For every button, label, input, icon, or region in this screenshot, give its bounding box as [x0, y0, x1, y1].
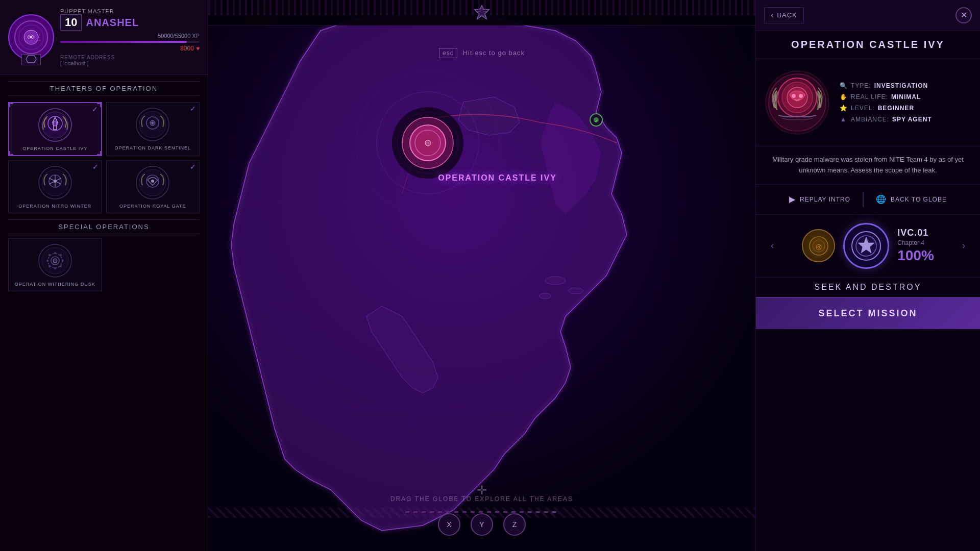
carousel-prev-button[interactable]: ‹ [764, 238, 780, 254]
op-checkmark-1: ✓ [92, 105, 98, 113]
op-icon-royal-gate [135, 165, 170, 201]
op-name-2: OPERATION DARK SENTINEL [115, 145, 191, 151]
level-icon: ⭐ [839, 105, 848, 112]
level-label: LEVEL: [851, 105, 875, 112]
map-area[interactable]: ⊕ ✓ esc Hit esc to go back OPERATION CAS… [208, 0, 755, 551]
mission-id: IVC.01 [897, 228, 934, 238]
map-background: ⊕ ✓ esc Hit esc to go back OPERATION CAS… [208, 0, 755, 551]
op-checkmark-2: ✓ [190, 105, 196, 113]
xp-bar [60, 41, 187, 43]
real-life-value: MINIMAL [891, 93, 921, 101]
mission-carousel: ‹ ◎ IVC.01 [756, 215, 980, 278]
carousel-next-button[interactable]: › [955, 238, 972, 254]
right-panel: ‹ BACK ✕ OPERATION CASTLE IVY [755, 0, 980, 551]
op-icon-castle-ivy [37, 107, 73, 143]
svg-point-25 [151, 180, 154, 183]
back-label: BACK [777, 11, 797, 19]
op-card-nitro-winter[interactable]: ✓ OPERATION NITRO WINTER [8, 160, 102, 213]
go-back-hint: esc Hit esc to go back [439, 48, 525, 57]
op-name-4: OPERATION ROYAL GATE [119, 204, 186, 209]
esc-key-hint: esc [439, 48, 457, 58]
right-top-nav: ‹ BACK ✕ [756, 0, 980, 31]
back-to-globe-label: BACK TO GLOBE [891, 196, 947, 203]
svg-point-30 [53, 259, 57, 263]
go-back-text: Hit esc to go back [463, 49, 525, 57]
svg-text:◎: ◎ [816, 242, 822, 251]
level-badge: 10 [60, 14, 82, 31]
op-emblem-svg [764, 69, 830, 136]
stat-type: 🔍 TYPE: INVESTIGATION [839, 82, 972, 89]
op-emblem [764, 69, 830, 136]
mission-completion: 100% [897, 247, 934, 264]
replay-intro-button[interactable]: ▶ REPLAY INTRO [789, 194, 850, 204]
close-button[interactable]: ✕ [955, 7, 972, 23]
drag-hint: DRAG THE GLOBE TO EXPLORE ALL THE AREAS [390, 495, 573, 503]
svg-text:⊕: ⊕ [424, 138, 432, 148]
real-life-icon: ✋ [839, 93, 848, 101]
svg-point-60 [539, 293, 551, 298]
svg-point-58 [545, 277, 566, 285]
svg-point-31 [54, 252, 56, 254]
svg-point-32 [54, 267, 56, 269]
key-buttons: X Y Z [438, 513, 526, 536]
svg-point-21 [54, 180, 57, 183]
op-card-dark-sentinel[interactable]: ✦ ✓ OPERATION DARK SENTINEL [106, 102, 200, 156]
stat-ambiance: ▲ AMBIANCE: SPY AGENT [839, 116, 972, 123]
mission-icon-small: ◎ [802, 229, 835, 262]
op-card-castle-ivy[interactable]: ✓ OPERATION CASTLE IVY [8, 102, 102, 156]
remote-address-label: REMOTE ADDRESS [60, 55, 115, 60]
op-icon-withering-dusk [37, 243, 73, 279]
mission-chapter: Chapter 4 [897, 239, 934, 246]
svg-point-9 [53, 121, 58, 126]
op-card-royal-gate[interactable]: ✓ OPERATION ROYAL GATE [106, 160, 200, 213]
select-mission-button[interactable]: SELECT MISSION [756, 297, 980, 329]
key-y-button[interactable]: Y [471, 513, 493, 536]
hatch-top-decoration [208, 0, 755, 15]
real-life-label: REAL LIFE: [851, 93, 888, 101]
op-name-1: OPERATION CASTLE IVY [22, 146, 87, 151]
back-button[interactable]: ‹ BACK [764, 7, 804, 23]
special-ops-title: SPECIAL OPERATIONS [8, 219, 200, 234]
action-divider [863, 192, 864, 207]
ambiance-value: SPY AGENT [892, 116, 932, 123]
profile-info: PUPPET MASTER 10 ANASHEL 50000/55000 XP … [60, 8, 200, 66]
left-panel: 👁 PUPPET MASTER 10 ANASHEL 50000/55000 X… [0, 0, 208, 551]
hex-badge [21, 54, 41, 65]
key-x-button[interactable]: X [438, 513, 460, 536]
op-checkmark-3: ✓ [92, 163, 99, 171]
avatar-image: 👁 [8, 14, 54, 60]
remote-address: REMOTE ADDRESS [ localhost ] [60, 54, 200, 66]
replay-intro-label: REPLAY INTRO [800, 196, 850, 203]
svg-text:👁: 👁 [27, 33, 35, 42]
mission-info: IVC.01 Chapter 4 100% [897, 228, 934, 264]
op-details: 🔍 TYPE: INVESTIGATION ✋ REAL LIFE: MINIM… [756, 59, 980, 146]
svg-point-33 [46, 260, 48, 262]
theaters-section: THEATERS OF OPERATION ✓ [0, 75, 208, 551]
globe-icon: 🌐 [876, 194, 887, 204]
svg-point-36 [60, 265, 62, 267]
op-title-text: OPERATION CASTLE IVY [764, 39, 972, 51]
level-name-row: 10 ANASHEL [60, 14, 200, 31]
xp-display: 50000/55000 XP [60, 33, 200, 39]
profile-section: 👁 PUPPET MASTER 10 ANASHEL 50000/55000 X… [0, 0, 208, 75]
mission-icon-main [843, 223, 889, 269]
ambiance-icon: ▲ [839, 116, 848, 123]
key-z-button[interactable]: Z [503, 513, 526, 536]
op-card-withering-dusk[interactable]: OPERATION WITHERING DUSK [8, 238, 102, 291]
top-bar [208, 0, 755, 26]
op-checkmark-4: ✓ [190, 163, 196, 171]
currency-icon: ♥ [196, 45, 200, 52]
svg-point-14 [150, 120, 155, 126]
op-icon-dark-sentinel: ✦ [135, 107, 170, 142]
stat-level: ⭐ LEVEL: BEGINNER [839, 105, 972, 112]
back-to-globe-button[interactable]: 🌐 BACK TO GLOBE [876, 194, 947, 204]
avatar: 👁 [8, 14, 54, 60]
main-mission-svg [851, 231, 881, 261]
special-ops-grid: OPERATION WITHERING DUSK [8, 238, 200, 291]
mission-name-bar: SEEK AND DESTROY [756, 278, 980, 297]
type-value: INVESTIGATION [874, 82, 928, 89]
small-mission-svg: ◎ [808, 236, 829, 256]
op-stats: 🔍 TYPE: INVESTIGATION ✋ REAL LIFE: MINIM… [839, 69, 972, 136]
play-icon: ▶ [789, 194, 796, 204]
svg-marker-4 [26, 56, 36, 63]
